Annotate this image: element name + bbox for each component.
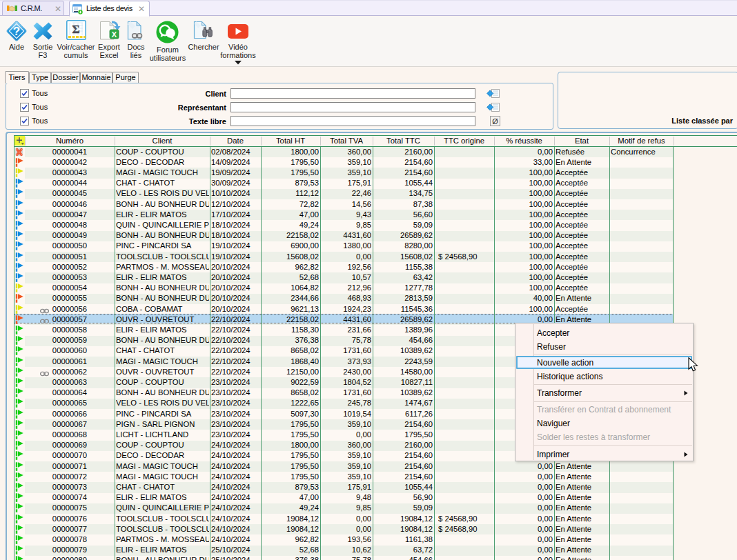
svg-text:Σ: Σ xyxy=(72,23,79,36)
svg-text:?: ? xyxy=(13,25,20,38)
svg-text:X: X xyxy=(112,30,117,39)
